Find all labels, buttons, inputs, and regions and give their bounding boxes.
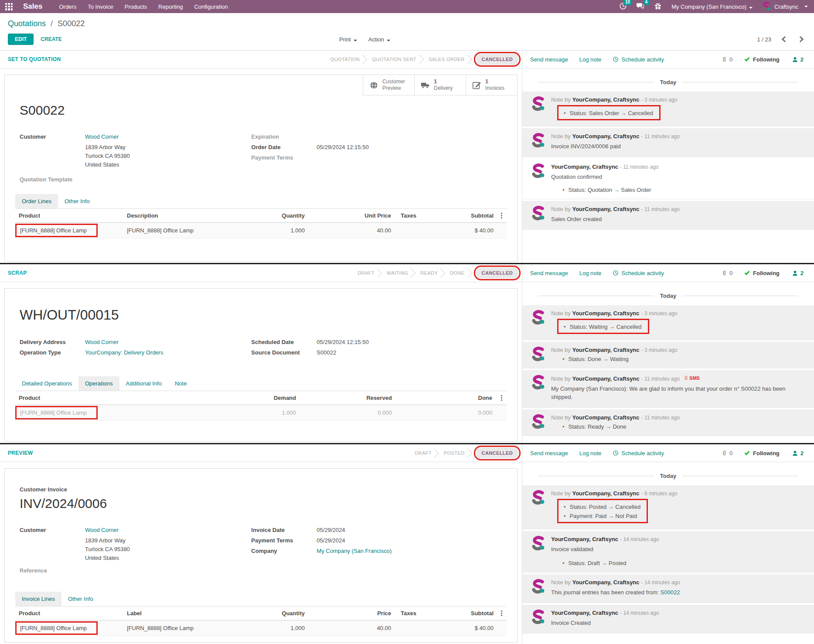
- tab-other-info[interactable]: Other Info: [58, 194, 96, 208]
- delivery-address-label: Delivery Address: [20, 339, 85, 345]
- tab-note[interactable]: Note: [168, 376, 193, 391]
- menu-orders[interactable]: Orders: [59, 3, 76, 10]
- followers-button[interactable]: 2: [792, 270, 804, 276]
- step-ready[interactable]: READY: [418, 270, 440, 276]
- operation-line-row[interactable]: [FURN_8888] Office Lamp 1.000 0.000 0.00…: [15, 405, 507, 421]
- invoice-line-row[interactable]: [FURN_8888] Office Lamp [FURN_8888] Offi…: [15, 620, 507, 636]
- company-label: Company: [251, 548, 317, 554]
- step-cancelled[interactable]: CANCELLED: [476, 54, 518, 65]
- chatter-message: Note by YourCompany, Craftsync- 11 minut…: [522, 370, 814, 408]
- attachments-button[interactable]: 0: [721, 270, 732, 276]
- step-separator: [467, 266, 474, 280]
- invoices-button[interactable]: 1Invoices: [466, 75, 517, 95]
- schedule-activity-button[interactable]: Schedule activity: [613, 56, 664, 63]
- send-message-button[interactable]: Send message: [530, 270, 568, 276]
- scrap-button[interactable]: SCRAP: [8, 270, 27, 276]
- step-separator: [411, 266, 418, 280]
- operation-type-link[interactable]: YourCompany: Delivery Orders: [85, 349, 163, 356]
- customer-address-line: United States: [85, 555, 251, 561]
- tab-other-info[interactable]: Other Info: [61, 592, 100, 606]
- menu-products[interactable]: Products: [125, 3, 147, 10]
- gift-icon[interactable]: [654, 2, 663, 11]
- tab-operations[interactable]: Operations: [78, 376, 119, 391]
- step-draft[interactable]: DRAFT: [412, 450, 434, 456]
- tab-invoice-lines[interactable]: Invoice Lines: [15, 592, 61, 606]
- clock-icon: [613, 56, 619, 62]
- payment-terms-value[interactable]: 05/29/2024: [317, 537, 345, 544]
- user-menu[interactable]: Craftsync: [761, 2, 808, 11]
- customer-link[interactable]: Wood Corner: [85, 133, 119, 140]
- menu-to-invoice[interactable]: To Invoice: [88, 3, 113, 10]
- tab-additional-info[interactable]: Additional Info: [119, 376, 168, 391]
- person-icon: [792, 450, 798, 457]
- optional-columns-icon[interactable]: [500, 212, 503, 219]
- order-line-row[interactable]: [FURN_8888] Office Lamp [FURN_8888] Offi…: [15, 223, 507, 239]
- quotation-form: SET TO QUOTATION QUOTATION QUOTATION SEN…: [0, 51, 522, 263]
- schedule-activity-button[interactable]: Schedule activity: [613, 450, 664, 457]
- send-message-button[interactable]: Send message: [530, 56, 568, 63]
- step-done[interactable]: DONE: [447, 270, 467, 276]
- step-posted[interactable]: POSTED: [441, 450, 467, 456]
- delivery-button[interactable]: 1Delivery: [414, 75, 466, 95]
- price-cell: 40.00: [305, 625, 391, 631]
- following-button[interactable]: Following: [745, 450, 780, 457]
- truck-icon: [421, 81, 430, 90]
- attachments-button[interactable]: 0: [721, 450, 732, 457]
- set-to-quotation-button[interactable]: SET TO QUOTATION: [8, 56, 61, 62]
- log-note-button[interactable]: Log note: [579, 56, 602, 63]
- chevron-down-icon: [387, 40, 390, 41]
- source-document-value[interactable]: S00022: [317, 349, 336, 356]
- avatar: [530, 96, 546, 112]
- following-button[interactable]: Following: [745, 56, 780, 63]
- app-title[interactable]: Sales: [23, 2, 42, 11]
- optional-columns-icon[interactable]: [500, 394, 503, 402]
- messages-icon[interactable]: 4: [637, 2, 645, 11]
- tab-detailed-operations[interactable]: Detailed Operations: [15, 376, 78, 391]
- invoice-date-value[interactable]: 05/29/2024: [317, 527, 345, 533]
- pager-count: 1 / 23: [757, 36, 771, 43]
- print-dropdown[interactable]: Print: [339, 36, 357, 43]
- log-note-button[interactable]: Log note: [579, 270, 602, 276]
- breadcrumb-quotations[interactable]: Quotations: [8, 19, 46, 28]
- step-quotation-sent[interactable]: QUOTATION SENT: [369, 57, 419, 62]
- followers-button[interactable]: 2: [792, 450, 804, 457]
- edit-button[interactable]: EDIT: [8, 34, 34, 45]
- company-link[interactable]: My Company (San Francisco): [317, 548, 392, 554]
- quotation-template-label: Quotation Template: [20, 176, 507, 183]
- preview-button[interactable]: PREVIEW: [8, 450, 33, 456]
- invoice-type-label: Customer Invoice: [20, 486, 507, 493]
- step-quotation[interactable]: QUOTATION: [328, 57, 362, 62]
- optional-columns-icon[interactable]: [500, 610, 503, 617]
- attachments-button[interactable]: 0: [721, 56, 732, 63]
- schedule-activity-button[interactable]: Schedule activity: [613, 270, 664, 276]
- create-button[interactable]: CREATE: [41, 36, 61, 42]
- breadcrumb: Quotations / S00022: [0, 13, 814, 30]
- step-cancelled[interactable]: CANCELLED: [476, 267, 518, 279]
- menu-reporting[interactable]: Reporting: [158, 3, 183, 10]
- followers-button[interactable]: 2: [792, 56, 804, 63]
- step-sales-order[interactable]: SALES ORDER: [426, 57, 467, 62]
- customer-preview-button[interactable]: CustomerPreview: [363, 75, 414, 95]
- step-waiting[interactable]: WAITING: [384, 270, 411, 276]
- activities-icon[interactable]: 10: [619, 2, 628, 11]
- source-document-link[interactable]: S00022: [661, 589, 680, 596]
- main-menu: Orders To Invoice Products Reporting Con…: [59, 3, 228, 10]
- delivery-address-link[interactable]: Wood Corner: [85, 339, 119, 345]
- following-button[interactable]: Following: [745, 270, 780, 276]
- chevron-down-icon: [354, 40, 357, 41]
- step-cancelled[interactable]: CANCELLED: [476, 447, 518, 459]
- order-date-value[interactable]: 05/29/2024 12:15:50: [317, 144, 368, 150]
- tab-order-lines[interactable]: Order Lines: [15, 194, 58, 208]
- action-dropdown[interactable]: Action: [368, 36, 390, 43]
- company-switcher[interactable]: My Company (San Francisco): [671, 3, 753, 10]
- step-draft[interactable]: DRAFT: [355, 270, 377, 276]
- customer-link[interactable]: Wood Corner: [85, 527, 119, 533]
- customer-label: Customer: [20, 133, 85, 140]
- pager-next-icon[interactable]: [797, 36, 804, 42]
- apps-menu-icon[interactable]: [5, 3, 13, 10]
- scheduled-date-value[interactable]: 05/29/2024 12:15:50: [317, 339, 368, 345]
- pager-previous-icon[interactable]: [782, 36, 788, 42]
- send-message-button[interactable]: Send message: [530, 450, 568, 457]
- log-note-button[interactable]: Log note: [579, 450, 602, 457]
- menu-configuration[interactable]: Configuration: [194, 3, 228, 10]
